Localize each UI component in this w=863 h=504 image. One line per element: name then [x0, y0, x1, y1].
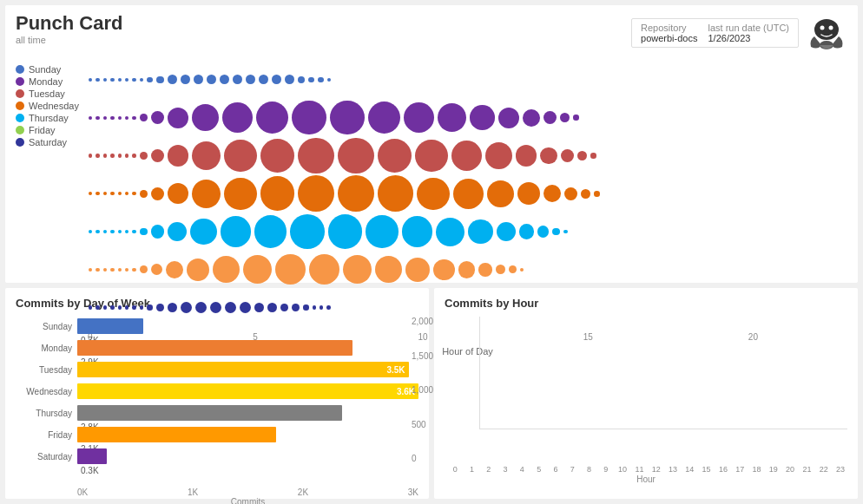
punch-dot — [498, 108, 519, 128]
punch-dot — [590, 153, 596, 159]
col-x-label: 20 — [783, 465, 797, 474]
repo-name: powerbi-docs — [641, 33, 697, 43]
punch-dot — [478, 263, 491, 276]
punch-dot — [192, 180, 221, 208]
bar-day-label: Wednesday — [16, 387, 72, 396]
punch-dot — [233, 75, 242, 84]
punch-dot — [402, 216, 432, 246]
punch-dot — [327, 78, 331, 82]
punch-dot — [221, 216, 251, 246]
punch-dot — [564, 187, 577, 200]
punch-dot — [147, 77, 153, 83]
col-x-label: 7 — [565, 465, 579, 474]
punch-dot — [254, 215, 287, 247]
punch-dot — [103, 78, 107, 82]
punch-dot — [537, 226, 549, 237]
punch-dot — [246, 75, 255, 84]
col-x-label: 4 — [515, 465, 529, 474]
github-logo — [806, 12, 847, 54]
bar-fill — [77, 427, 276, 442]
punch-dot — [577, 151, 587, 160]
legend-label: Wednesday — [29, 101, 79, 111]
punch-dot — [275, 254, 306, 285]
punch-dot — [517, 182, 540, 205]
punch-dot — [560, 113, 570, 122]
punch-dot — [110, 78, 114, 82]
bar-fill: 3.5K — [77, 362, 409, 377]
bottom-panels: Commits by Day of Week Sunday0.7KMonday2… — [5, 288, 858, 499]
punch-dot — [438, 103, 466, 132]
punch-dot — [220, 75, 229, 84]
punch-dot — [151, 111, 164, 124]
punch-dot — [125, 192, 128, 195]
y-axis-label: 0 — [412, 454, 433, 463]
punch-dot — [543, 185, 561, 202]
punch-dot — [103, 230, 107, 233]
punch-dot — [89, 305, 92, 309]
punch-row — [88, 137, 847, 175]
punch-dot — [285, 75, 294, 84]
punch-dot — [151, 187, 164, 200]
punch-dot — [378, 139, 412, 173]
legend-label: Sunday — [29, 64, 61, 75]
punch-dot — [543, 111, 557, 124]
punch-dot — [415, 140, 447, 172]
punch-dot — [240, 302, 251, 313]
col-x-label: 14 — [682, 465, 696, 474]
punch-card-grid — [88, 57, 847, 331]
punch-dot — [308, 77, 314, 83]
bar-row: Thursday2.8K — [16, 403, 418, 422]
bar-fill — [77, 318, 143, 334]
repo-info: Repository powerbi-docs last run date (U… — [631, 18, 799, 48]
punch-dot — [470, 105, 495, 130]
punch-dot — [318, 77, 324, 83]
bar-day-label: Saturday — [16, 452, 72, 461]
title-block: Punch Card all time — [16, 12, 122, 45]
date-value: 1/26/2023 — [708, 33, 789, 43]
punch-dot — [254, 303, 264, 312]
bar-day-label: Thursday — [16, 409, 72, 418]
col-chart-inner — [479, 317, 847, 429]
punch-dot — [187, 259, 209, 281]
punch-dot — [485, 142, 512, 169]
punch-dot — [125, 305, 128, 309]
punch-dot — [156, 76, 164, 84]
bar-row: Saturday0.3K — [16, 447, 418, 466]
legend-item: Monday — [16, 76, 81, 87]
punch-dot — [132, 305, 135, 309]
legend-item: Saturday — [16, 137, 81, 147]
punch-dot — [453, 179, 484, 209]
page-title: Punch Card — [16, 12, 122, 35]
punch-dot — [213, 256, 240, 283]
punch-dot — [290, 214, 325, 249]
punch-dot — [110, 192, 114, 195]
punch-dot — [96, 116, 99, 120]
punch-dot — [132, 268, 135, 272]
col-x-label: 0 — [448, 465, 462, 474]
col-x-label: 13 — [666, 465, 680, 474]
col-chart: 2,0001,5001,0005000 01234567891011121314… — [445, 317, 847, 484]
punch-dot — [195, 302, 207, 313]
punch-row — [88, 251, 847, 289]
punch-dot — [181, 302, 192, 313]
horiz-x-label: 1K — [188, 488, 198, 497]
punch-dot — [132, 78, 135, 82]
col-x-label: 5 — [531, 465, 545, 474]
punch-dot — [89, 116, 92, 120]
punch-dot — [151, 264, 162, 275]
punch-dot — [404, 102, 434, 133]
punch-dot — [96, 192, 99, 195]
punch-dot — [168, 303, 177, 312]
punch-dot — [132, 192, 135, 195]
punch-dot — [89, 268, 92, 272]
punch-dot — [96, 230, 99, 233]
punch-dot — [118, 154, 122, 157]
bar-row: Wednesday3.6K — [16, 382, 418, 401]
punch-dot — [581, 189, 590, 199]
punch-dot — [497, 222, 516, 241]
punch-dot — [224, 178, 256, 210]
legend: SundayMondayTuesdayWednesdayThursdayFrid… — [16, 57, 81, 357]
punch-dot — [298, 138, 334, 174]
bar-track: 2.9K — [77, 340, 418, 356]
punch-dot — [378, 175, 414, 212]
